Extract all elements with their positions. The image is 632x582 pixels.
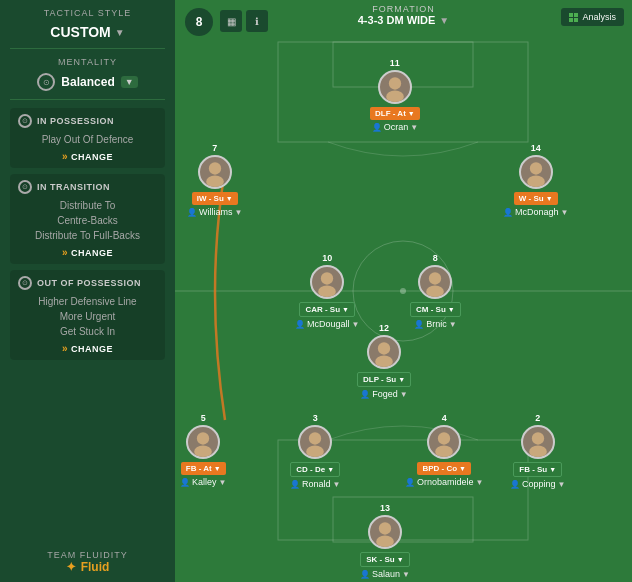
in-possession-content: Play Out Of Defence [18,132,157,147]
player-shirt-icon-p14: 👤 [503,208,513,217]
player-name-arrow-icon-p11: ▼ [410,123,418,132]
player-name-arrow-icon-p13: ▼ [402,570,410,579]
role-text-p14: W - Su [519,194,544,203]
svg-point-25 [532,432,544,444]
role-badge-p10[interactable]: CAR - Su▼ [299,302,355,317]
player-name-p14: McDonagh [515,207,559,217]
svg-point-11 [530,162,542,174]
mentality-icon: ⊙ [37,73,55,91]
in-transition-line-1: Distribute To [18,198,157,213]
role-badge-arrow-icon-p4: ▼ [459,465,466,472]
in-transition-block: ⊙ IN TRANSITION Distribute To Centre-Bac… [10,174,165,264]
role-badge-p5[interactable]: FB - At▼ [181,462,226,475]
shirt-number-p12: 12 [379,323,389,333]
role-badge-arrow-icon-p12: ▼ [398,376,405,383]
player-name-row-p2: 👤Copping▼ [510,479,565,489]
shirt-number-p5: 5 [201,413,206,423]
tactical-style-label: TACTICAL STYLE [10,8,165,18]
svg-point-15 [429,272,441,284]
role-badge-p13[interactable]: SK - Su▼ [360,552,409,567]
role-badge-arrow-icon-p5: ▼ [214,465,221,472]
formation-value-row[interactable]: 4-3-3 DM WIDE ▼ [358,14,450,26]
role-badge-arrow-icon-p3: ▼ [327,466,334,473]
role-badge-arrow-icon-p11: ▼ [408,110,415,117]
divider-1 [10,48,165,49]
in-possession-change-btn[interactable]: » CHANGE [18,151,157,162]
in-possession-change-label: CHANGE [71,152,113,162]
shirt-number-p8: 8 [433,253,438,263]
player-card-p10: 10CAR - Su▼👤McDougall▼ [295,255,359,329]
role-badge-arrow-icon-p10: ▼ [342,306,349,313]
svg-point-21 [309,432,321,444]
in-transition-line-3: Distribute To Full-Backs [18,228,157,243]
mentality-row: ⊙ Balanced ▼ [10,73,165,91]
role-text-p10: CAR - Su [305,305,340,314]
team-fluidity-value-row: ✦ Fluid [10,560,165,574]
player-name-arrow-icon-p8: ▼ [449,320,457,329]
top-bar: FORMATION 4-3-3 DM WIDE ▼ [175,0,632,30]
player-name-arrow-icon-p5: ▼ [219,478,227,487]
role-badge-p11[interactable]: DLF - At▼ [370,107,420,120]
player-card-p7: 7IW - Su▼👤Williams▼ [187,145,242,217]
role-badge-arrow-icon-p8: ▼ [448,306,455,313]
role-badge-p14[interactable]: W - Su▼ [514,192,558,205]
player-name-row-p7: 👤Williams▼ [187,207,242,217]
player-name-row-p3: 👤Ronald▼ [290,479,340,489]
player-name-arrow-icon-p3: ▼ [333,480,341,489]
player-shirt-icon-p3: 👤 [290,480,300,489]
player-avatar-p10 [310,265,344,299]
player-name-row-p13: 👤Salaun▼ [360,569,410,579]
player-name-p3: Ronald [302,479,331,489]
player-shirt-icon-p4: 👤 [405,478,415,487]
player-avatar-p12 [367,335,401,369]
player-avatar-p3 [298,425,332,459]
shirt-number-p14: 14 [531,143,541,153]
role-badge-p12[interactable]: DLP - Su▼ [357,372,411,387]
in-possession-title: IN POSSESSION [37,116,114,126]
in-transition-title: IN TRANSITION [37,182,110,192]
role-badge-arrow-icon-p2: ▼ [549,466,556,473]
player-card-p3: 3CD - De▼👤Ronald▼ [290,415,340,489]
player-card-p14: 14W - Su▼👤McDonagh▼ [503,145,568,217]
role-text-p8: CM - Su [416,305,446,314]
svg-point-27 [379,522,391,534]
player-card-p2: 2FB - Su▼👤Copping▼ [510,415,565,489]
role-badge-p8[interactable]: CM - Su▼ [410,302,461,317]
player-card-p12: 12DLP - Su▼👤Foged▼ [357,325,411,399]
player-name-p11: Ocran [384,122,409,132]
svg-point-9 [209,162,221,174]
role-text-p3: CD - De [296,465,325,474]
role-badge-p3[interactable]: CD - De▼ [290,462,340,477]
tactical-style-value[interactable]: CUSTOM ▼ [10,24,165,40]
svg-point-20 [194,446,212,458]
player-shirt-icon-p2: 👤 [510,480,520,489]
out-of-possession-change-btn[interactable]: » CHANGE [18,343,157,354]
role-badge-p2[interactable]: FB - Su▼ [513,462,562,477]
out-of-possession-icon: ⊙ [18,276,32,290]
in-transition-change-btn[interactable]: » CHANGE [18,247,157,258]
formation-chevron-icon: ▼ [439,15,449,26]
mentality-dropdown[interactable]: ▼ [121,76,138,88]
svg-point-13 [321,272,333,284]
team-fluidity-value: Fluid [81,560,110,574]
left-panel: TACTICAL STYLE CUSTOM ▼ MENTALITY ⊙ Bala… [0,0,175,582]
fluidity-icon: ✦ [66,560,76,574]
player-name-p5: Kalley [192,477,217,487]
in-possession-line-1: Play Out Of Defence [18,132,157,147]
player-name-p7: Williams [199,207,233,217]
shirt-number-p13: 13 [380,503,390,513]
out-of-possession-content: Higher Defensive Line More Urgent Get St… [18,294,157,339]
in-transition-content: Distribute To Centre-Backs Distribute To… [18,198,157,243]
tactical-style-chevron-icon: ▼ [115,27,125,38]
svg-point-2 [400,288,406,294]
oop-change-chevron-icon: » [62,343,68,354]
player-name-row-p10: 👤McDougall▼ [295,319,359,329]
formation-label: FORMATION [358,4,450,14]
player-name-arrow-icon-p7: ▼ [235,208,243,217]
player-name-row-p8: 👤Brnic▼ [414,319,456,329]
player-shirt-icon-p11: 👤 [372,123,382,132]
in-transition-change-label: CHANGE [71,248,113,258]
role-badge-p4[interactable]: BPD - Co▼ [417,462,471,475]
player-shirt-icon-p8: 👤 [414,320,424,329]
role-badge-p7[interactable]: IW - Su▼ [192,192,238,205]
